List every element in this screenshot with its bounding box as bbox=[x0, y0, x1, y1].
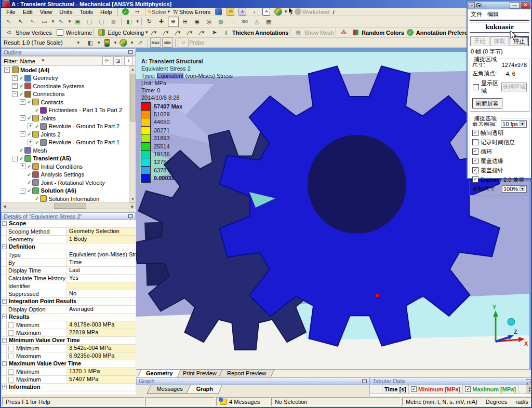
show-vertices-button[interactable]: Show Vertices bbox=[16, 30, 52, 36]
tree-item[interactable]: +✓Geometry bbox=[2, 74, 129, 83]
property-value[interactable]: Averaged bbox=[67, 306, 136, 313]
pin-icon[interactable] bbox=[128, 214, 133, 218]
tree-item[interactable]: ✓Solution Information bbox=[2, 195, 129, 202]
show-vertices-icon[interactable]: ⊲ bbox=[3, 28, 14, 38]
outline-horizontal-scrollbar[interactable]: ◀ ▶ bbox=[2, 202, 136, 209]
explode-tree-icon[interactable]: ⁂ bbox=[338, 28, 349, 38]
solve-status-icon[interactable]: ✓ bbox=[120, 7, 131, 17]
tree-expander-icon[interactable]: + bbox=[28, 140, 33, 145]
tree-expander-icon[interactable]: + bbox=[12, 75, 18, 81]
recorder-title-bar[interactable]: G Gi... — ✕ bbox=[468, 2, 531, 9]
tree-item[interactable]: ✓Frictionless - Part 1 To Part 2 bbox=[2, 106, 129, 115]
thicken-annotations-button[interactable]: Thicken Annotations bbox=[232, 30, 288, 36]
edge-thickness-4-icon[interactable]: ▼ bbox=[197, 28, 208, 38]
outline-panel-header[interactable]: Outline bbox=[1, 48, 136, 56]
property-value[interactable]: 1 Body bbox=[67, 236, 136, 243]
selection-info-icon[interactable]: ↖ bbox=[3, 17, 14, 27]
column-checkbox[interactable]: ✓ bbox=[411, 386, 417, 392]
property-value[interactable]: Yes bbox=[67, 275, 136, 282]
scrollbar-thumb[interactable] bbox=[54, 203, 86, 209]
result-color-box[interactable] bbox=[8, 322, 14, 328]
tree-expander-icon[interactable]: − bbox=[12, 156, 18, 161]
tree-expander-icon[interactable]: − bbox=[20, 131, 25, 137]
tree-item[interactable]: −✓Connections bbox=[2, 90, 129, 99]
contour-bands-icon[interactable] bbox=[101, 37, 112, 48]
status-messages[interactable]: 4 Messages bbox=[216, 397, 270, 406]
viewports-icon[interactable]: ▦ bbox=[263, 17, 274, 27]
comment-icon[interactable]: ◗ bbox=[249, 7, 260, 17]
tag-icon[interactable]: ab bbox=[225, 7, 236, 17]
thicken-icon[interactable]: ‖ bbox=[221, 28, 232, 38]
edge-thickness-3-icon[interactable]: ▼ bbox=[185, 28, 196, 38]
angle-unit[interactable]: Degrees bbox=[486, 399, 508, 405]
new-section-plane-icon[interactable] bbox=[213, 7, 224, 17]
option-checkbox[interactable]: 记录时间信息 bbox=[472, 138, 527, 147]
tree-expander-icon[interactable]: + bbox=[20, 164, 25, 169]
result-sphere-icon[interactable] bbox=[118, 37, 129, 48]
tree-item[interactable]: −✓Transient (A5) bbox=[2, 155, 129, 163]
property-value[interactable]: Geometry Selection bbox=[67, 228, 136, 235]
result-color-box[interactable] bbox=[8, 346, 14, 351]
property-value[interactable]: Time bbox=[67, 259, 136, 266]
graph-panel-header[interactable]: Graph bbox=[136, 377, 369, 385]
group-expander-icon[interactable]: − bbox=[2, 315, 7, 319]
group-expander-icon[interactable]: − bbox=[2, 299, 7, 304]
tree-item[interactable]: −✓Contacts bbox=[2, 98, 129, 106]
property-value[interactable]: 6.9235e-003 MPa bbox=[67, 352, 136, 360]
look-at-icon[interactable]: ◬ bbox=[251, 17, 262, 27]
fps-dropdown[interactable]: 10 fps▼ bbox=[501, 120, 527, 128]
edge-thickness-2-icon[interactable]: ▼ bbox=[173, 28, 184, 38]
tree-expander-icon[interactable]: − bbox=[12, 91, 18, 97]
graph-tab-messages[interactable]: Messages bbox=[147, 385, 192, 394]
geometry-display-icon[interactable]: ◧ bbox=[85, 37, 96, 48]
tree-item[interactable]: +✓Revolute - Ground To Part 1 bbox=[2, 139, 129, 147]
result-scale-dropdown[interactable]: 1.0 (True Scale) ▼ bbox=[22, 39, 84, 46]
zoom-fit-icon[interactable]: ◍ bbox=[216, 17, 227, 27]
zoom-icon[interactable]: ⊕ bbox=[168, 17, 179, 27]
face-filter-icon[interactable]: ▢ bbox=[96, 17, 107, 27]
result-color-box[interactable] bbox=[8, 377, 14, 383]
property-value[interactable]: 4.9178e-003 MPa bbox=[67, 321, 136, 329]
view-cube-icon[interactable]: ◧ bbox=[124, 17, 135, 27]
property-value[interactable]: Equivalent (von-Mises) Stress bbox=[67, 251, 136, 259]
expand-options-icon[interactable]: ◪ bbox=[113, 57, 122, 65]
tree-item[interactable]: −✓Joints bbox=[2, 114, 129, 123]
menu-help[interactable]: Help bbox=[97, 8, 116, 16]
edge-direction-icon[interactable]: ▼ bbox=[149, 28, 160, 38]
tree-item[interactable]: ✓Analysis Settings bbox=[2, 171, 129, 179]
result-color-box[interactable] bbox=[8, 369, 14, 375]
tree-expander-icon[interactable]: + bbox=[12, 83, 18, 89]
iso-ball-icon[interactable] bbox=[508, 318, 515, 325]
edge-pin-icon[interactable]: ➤ bbox=[209, 28, 220, 38]
menu-file[interactable]: File bbox=[3, 8, 19, 16]
tree-expander-icon[interactable]: + bbox=[28, 124, 33, 129]
property-value[interactable]: 57407 MPa bbox=[67, 376, 136, 383]
refresh-icon[interactable]: ⟳ bbox=[102, 57, 111, 65]
tree-item[interactable]: +✓Initial Conditions bbox=[2, 162, 129, 171]
dropdown-arrow-icon[interactable]: ▼ bbox=[136, 19, 140, 24]
show-region-checkbox[interactable]: 显示区域 bbox=[472, 78, 501, 96]
pick-coordinates-icon[interactable]: ↖ bbox=[27, 17, 38, 27]
filter-dropdown[interactable]: Name▼ bbox=[20, 58, 45, 64]
pin-icon[interactable] bbox=[526, 379, 530, 383]
property-value[interactable]: No bbox=[67, 290, 136, 297]
random-colors-button[interactable]: Random Colors bbox=[362, 30, 404, 36]
annotation-preferences-icon[interactable]: ✓ bbox=[405, 28, 416, 38]
zoom-out-icon[interactable]: ◎ bbox=[204, 17, 215, 27]
viewport-tab-geometry[interactable]: Geometry bbox=[137, 369, 181, 377]
edge-coloring-icon[interactable] bbox=[96, 28, 107, 38]
group-expander-icon[interactable]: − bbox=[2, 338, 7, 343]
select-mode-icon[interactable]: ↖ bbox=[56, 17, 66, 27]
scroll-spinner[interactable]: ▲▼ bbox=[526, 385, 532, 393]
palette-icon[interactable]: ▼ bbox=[273, 7, 288, 17]
column-header-time[interactable]: Time [s] bbox=[382, 385, 409, 393]
column-checkbox[interactable]: ✓ bbox=[465, 386, 471, 392]
solve-button[interactable]: ϟ Solve▼ bbox=[148, 7, 171, 17]
annotation-preferences-button[interactable]: Annotation Prefere bbox=[416, 30, 468, 36]
box-zoom-icon[interactable]: ⊞ bbox=[180, 17, 191, 27]
property-value[interactable]: 3.542e-004 MPa bbox=[67, 345, 136, 352]
property-value[interactable]: 22819 MPa bbox=[67, 329, 136, 336]
column-header-minimum[interactable]: ✓Minimum [MPa] bbox=[409, 385, 463, 393]
box-select-icon[interactable]: ▭ bbox=[39, 17, 50, 27]
tree-expander-icon[interactable]: − bbox=[20, 99, 25, 105]
